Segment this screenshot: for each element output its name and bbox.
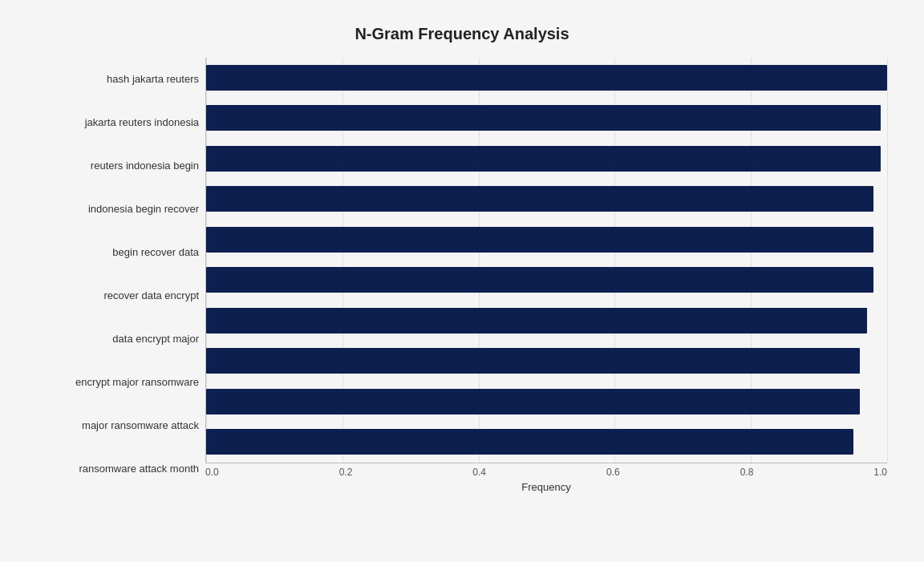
bar <box>206 105 881 131</box>
bar-row <box>206 261 887 298</box>
chart-container: N-Gram Frequency Analysis hash jakarta r… <box>21 9 903 554</box>
x-tick-label: 0.0 <box>205 467 219 478</box>
y-axis-label: major ransomware attack <box>37 407 199 444</box>
y-axis-label: jakarta reuters indonesia <box>37 104 199 141</box>
bar-row <box>206 140 887 177</box>
x-axis: 0.00.20.40.60.81.0 Frequency <box>205 467 887 491</box>
bar-row <box>206 180 887 217</box>
y-axis-label: begin recover data <box>37 234 199 271</box>
y-axis-label: encrypt major ransomware <box>37 364 199 401</box>
grid-line <box>887 58 888 463</box>
bar <box>206 227 873 253</box>
x-tick-label: 0.6 <box>606 467 620 478</box>
x-tick-label: 0.8 <box>740 467 754 478</box>
bar <box>206 348 860 374</box>
bar-row <box>206 59 887 96</box>
bar <box>206 308 867 334</box>
chart-title: N-Gram Frequency Analysis <box>37 25 887 43</box>
bar <box>206 65 887 91</box>
bar <box>206 267 873 293</box>
y-axis: hash jakarta reutersjakarta reuters indo… <box>37 58 205 491</box>
y-axis-label: indonesia begin recover <box>37 191 199 228</box>
y-axis-label: recover data encrypt <box>37 277 199 314</box>
y-axis-label: reuters indonesia begin <box>37 148 199 184</box>
bar-row <box>206 342 887 379</box>
x-tick-label: 1.0 <box>873 467 887 478</box>
y-axis-label: data encrypt major <box>37 321 199 358</box>
y-axis-label: ransomware attack month <box>37 451 199 487</box>
bars-and-xaxis: 0.00.20.40.60.81.0 Frequency <box>205 58 887 491</box>
bar-row <box>206 221 887 258</box>
x-tick-label: 0.4 <box>472 467 486 478</box>
bar <box>206 389 860 414</box>
bar <box>206 146 881 172</box>
x-tick-label: 0.2 <box>339 467 353 478</box>
bar <box>206 429 853 455</box>
x-axis-title: Frequency <box>205 481 887 493</box>
bar <box>206 186 873 212</box>
chart-area: hash jakarta reutersjakarta reuters indo… <box>37 58 887 491</box>
bar-row <box>206 383 887 420</box>
bars-area <box>205 58 887 463</box>
bar-row <box>206 423 887 460</box>
y-axis-label: hash jakarta reuters <box>37 61 199 98</box>
x-axis-labels: 0.00.20.40.60.81.0 <box>205 467 887 478</box>
bar-row <box>206 302 887 339</box>
bar-row <box>206 99 887 136</box>
